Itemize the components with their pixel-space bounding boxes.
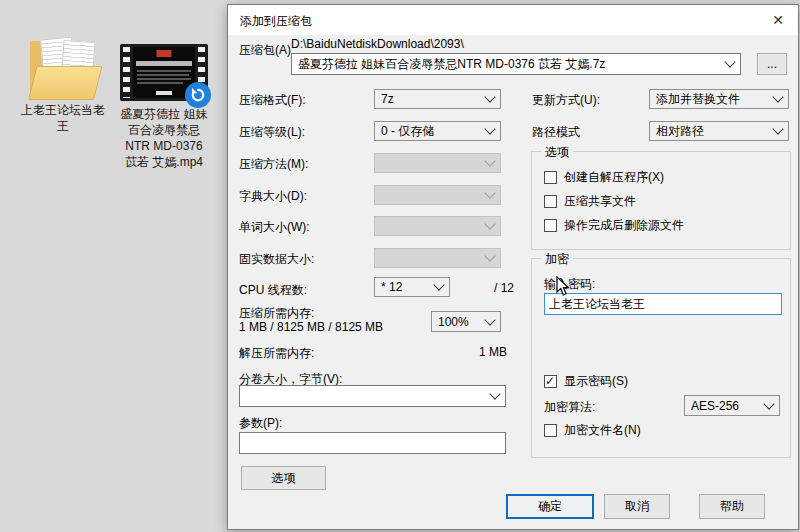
chevron-down-icon — [484, 155, 495, 166]
chevron-down-icon — [772, 123, 783, 134]
path-mode-select[interactable]: 相对路径 — [649, 121, 789, 141]
create-sfx-checkbox[interactable]: 创建自解压程序(X) — [544, 169, 664, 186]
chevron-down-icon — [489, 388, 500, 399]
cancel-button[interactable]: 取消 — [604, 494, 670, 519]
add-to-archive-dialog: 添加到压缩包 ✕ 压缩包(A) D:\BaiduNetdiskDownload\… — [227, 4, 799, 530]
chevron-down-icon — [484, 123, 495, 134]
mouse-cursor — [556, 276, 571, 300]
level-value: 0 - 仅存储 — [381, 123, 434, 140]
checkbox-label: 创建自解压程序(X) — [564, 169, 664, 186]
thumbnail-text-line — [137, 78, 191, 80]
show-password-checkbox[interactable]: 显示密码(S) — [544, 373, 628, 390]
method-label: 压缩方法(M): — [239, 156, 308, 173]
checkbox-box[interactable] — [544, 375, 557, 388]
path-mode-label: 路径模式 — [532, 124, 580, 141]
archive-name-combobox[interactable]: 盛夏芬德拉 姐妹百合凌辱禁忌NTR MD-0376 苡若 艾嫣.7z — [291, 53, 741, 75]
checkbox-label: 操作完成后删除源文件 — [564, 217, 684, 234]
chevron-down-icon — [484, 91, 495, 102]
chevron-down-icon — [433, 279, 444, 290]
encryption-group-title: 加密 — [541, 251, 573, 268]
cpu-threads-label: CPU 线程数: — [239, 282, 307, 299]
delete-after-checkbox[interactable]: 操作完成后删除源文件 — [544, 217, 684, 234]
cpu-threads-value: * 12 — [381, 280, 402, 294]
level-label: 压缩等级(L): — [239, 124, 305, 141]
encryption-algo-select[interactable]: AES-256 — [684, 395, 780, 416]
desktop: 上老王论坛当老 王 盛夏芬德拉 姐妹 百合凌辱禁忌 NTR MD-0376 苡若… — [0, 0, 800, 532]
update-mode-label: 更新方式(U): — [532, 92, 600, 109]
thumbnail-text-line — [156, 91, 172, 95]
decompress-memory-value: 1 MB — [479, 345, 507, 359]
format-value: 7z — [381, 92, 394, 106]
word-size-select — [374, 216, 501, 236]
archive-path: D:\BaiduNetdiskDownload\2093\ — [291, 37, 464, 51]
sync-badge-icon — [185, 82, 211, 108]
chevron-down-icon — [484, 218, 495, 229]
video-file-icon[interactable] — [120, 44, 208, 101]
format-label: 压缩格式(F): — [239, 92, 306, 109]
encryption-algo-label: 加密算法: — [544, 399, 595, 416]
chevron-down-icon — [763, 398, 774, 409]
browse-button[interactable]: ... — [757, 53, 787, 75]
dictionary-label: 字典大小(D): — [239, 188, 307, 205]
thumbnail-text-line — [137, 82, 183, 84]
thumbnail-red-banner — [157, 50, 172, 57]
archive-label: 压缩包(A) — [239, 42, 291, 59]
format-select[interactable]: 7z — [374, 89, 501, 109]
chevron-down-icon — [772, 91, 783, 102]
path-mode-value: 相对路径 — [656, 123, 704, 140]
chevron-down-icon — [484, 250, 495, 261]
memory-usage-value: 1 MB / 8125 MB / 8125 MB — [239, 320, 383, 334]
parameters-input[interactable] — [239, 432, 506, 454]
checkbox-label: 加密文件名(N) — [564, 422, 641, 439]
update-mode-select[interactable]: 添加并替换文件 — [649, 89, 789, 109]
checkbox-box[interactable] — [544, 195, 557, 208]
close-icon[interactable]: ✕ — [766, 9, 790, 31]
chevron-down-icon — [724, 56, 735, 67]
checkbox-box[interactable] — [544, 171, 557, 184]
dialog-title: 添加到压缩包 — [240, 13, 312, 30]
word-size-label: 单词大小(W): — [239, 219, 310, 236]
encryption-algo-value: AES-256 — [691, 399, 739, 413]
parameters-label: 参数(P): — [239, 415, 282, 432]
checkbox-box[interactable] — [544, 424, 557, 437]
chevron-down-icon — [484, 187, 495, 198]
folder-front — [28, 66, 102, 100]
method-select — [374, 153, 501, 173]
decompress-memory-label: 解压所需内存: — [239, 345, 314, 362]
solid-size-label: 固实数据大小: — [239, 251, 314, 268]
thumbnail-text-line — [137, 70, 191, 72]
cpu-threads-total: / 12 — [494, 281, 514, 295]
checkbox-box[interactable] — [544, 219, 557, 232]
video-label-line: 苡若 艾嫣.mp4 — [106, 154, 222, 170]
video-file-label[interactable]: 盛夏芬德拉 姐妹 百合凌辱禁忌 NTR MD-0376 苡若 艾嫣.mp4 — [106, 106, 222, 170]
filmstrip-holes-left — [123, 47, 130, 98]
ok-button[interactable]: 确定 — [506, 494, 594, 519]
thumbnail-text-line — [137, 74, 189, 76]
options-button[interactable]: 选项 — [241, 466, 326, 490]
volume-size-combobox[interactable] — [239, 385, 506, 407]
update-mode-value: 添加并替换文件 — [656, 91, 740, 108]
options-group-title: 选项 — [541, 144, 573, 161]
cpu-threads-select[interactable]: * 12 — [374, 277, 450, 297]
folder-icon[interactable] — [26, 36, 106, 100]
archive-name-value: 盛夏芬德拉 姐妹百合凌辱禁忌NTR MD-0376 苡若 艾嫣.7z — [298, 56, 605, 73]
chevron-down-icon — [484, 314, 495, 325]
encrypt-filenames-checkbox[interactable]: 加密文件名(N) — [544, 422, 641, 439]
dictionary-select — [374, 185, 501, 205]
checkbox-label: 压缩共享文件 — [564, 193, 636, 210]
dialog-titlebar[interactable]: 添加到压缩包 ✕ — [228, 5, 798, 35]
video-label-line: NTR MD-0376 — [106, 138, 222, 154]
thumbnail-text-line — [136, 61, 192, 66]
solid-size-select — [374, 248, 501, 268]
video-label-line: 盛夏芬德拉 姐妹 — [106, 106, 222, 122]
memory-percent-select[interactable]: 100% — [431, 311, 501, 332]
video-label-line: 百合凌辱禁忌 — [106, 122, 222, 138]
help-button[interactable]: 帮助 — [699, 494, 765, 519]
level-select[interactable]: 0 - 仅存储 — [374, 121, 501, 141]
password-input[interactable] — [544, 293, 782, 315]
checkbox-label: 显示密码(S) — [564, 373, 628, 390]
compress-shared-checkbox[interactable]: 压缩共享文件 — [544, 193, 636, 210]
memory-percent-value: 100% — [438, 315, 469, 329]
